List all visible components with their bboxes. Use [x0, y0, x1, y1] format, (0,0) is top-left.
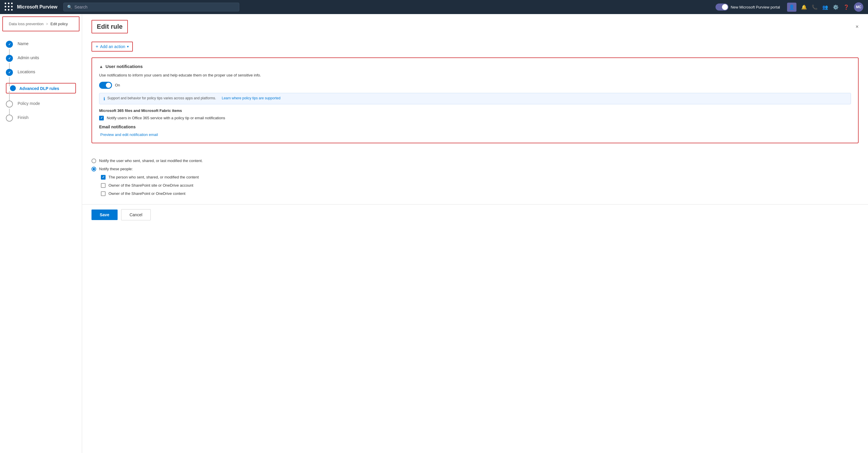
breadcrumb: Data loss prevention > Edit policy: [2, 17, 80, 31]
avatar[interactable]: MC: [854, 2, 863, 12]
collapse-icon[interactable]: ▲: [99, 64, 103, 69]
people-icon[interactable]: 👥: [822, 4, 828, 10]
info-link[interactable]: Learn where policy tips are supported: [222, 96, 280, 100]
add-action-label: Add an action: [100, 44, 125, 49]
nav-icons: 👤 🔔 📞 👥 ⚙️ ❓ MC: [787, 2, 863, 12]
help-icon[interactable]: ❓: [843, 4, 849, 10]
main-layout: Data loss prevention > Edit policy ✓ Nam…: [0, 14, 868, 453]
wizard-step-name[interactable]: ✓ Name: [6, 41, 76, 48]
radio-option2[interactable]: [92, 167, 96, 171]
step-circle-finish: [6, 115, 13, 122]
breadcrumb-separator: >: [46, 22, 49, 26]
left-sidebar: Data loss prevention > Edit policy ✓ Nam…: [0, 14, 82, 453]
save-button[interactable]: Save: [92, 209, 118, 220]
phone-icon[interactable]: 📞: [812, 4, 817, 10]
step-label-locations: Locations: [18, 69, 35, 74]
wizard-step-advanced-dlp[interactable]: Advanced DLP rules: [6, 83, 76, 94]
step-circle-advanced-dlp: [10, 85, 16, 91]
step-circle-name: ✓: [6, 41, 13, 48]
step-circle-policy-mode: [6, 100, 13, 107]
checkbox-person[interactable]: [101, 175, 105, 180]
wizard-step-policy-mode[interactable]: Policy mode: [6, 100, 76, 107]
wizard-step-finish[interactable]: Finish: [6, 115, 76, 122]
breadcrumb-parent[interactable]: Data loss prevention: [9, 22, 44, 26]
section-description: Use notifications to inform your users a…: [99, 72, 851, 78]
checkbox-onedrive-content[interactable]: [101, 191, 105, 196]
checkbox-sharepoint-owner-row: Owner of the SharePoint site or OneDrive…: [101, 183, 859, 188]
notify-checkbox-label: Notify users in Office 365 service with …: [107, 116, 225, 120]
step-label-advanced-dlp: Advanced DLP rules: [19, 86, 59, 91]
bell-icon[interactable]: 🔔: [801, 4, 807, 10]
panel-header: Edit rule ×: [82, 14, 868, 37]
radio-option2-row: Notify these people:: [92, 167, 859, 171]
wizard-steps: ✓ Name ✓ Admin units ✓ Locations Advance…: [0, 34, 82, 453]
email-notifications-title: Email notifications: [99, 125, 851, 129]
bottom-buttons: Save Cancel: [82, 204, 868, 225]
notify-people-checkboxes: The person who sent, shared, or modified…: [101, 175, 859, 196]
step-circle-admin-units: ✓: [6, 55, 13, 62]
panel-title: Edit rule: [92, 20, 128, 33]
info-icon: ℹ: [103, 96, 105, 101]
portal-toggle-label: New Microsoft Purview portal: [731, 5, 780, 9]
checkbox-onedrive-content-label: Owner of the SharePoint or OneDrive cont…: [108, 191, 185, 196]
notify-checkbox[interactable]: [99, 116, 104, 121]
right-panel: Edit rule × + Add an action ▾ ▲ User not…: [82, 14, 868, 453]
close-button[interactable]: ×: [856, 24, 859, 30]
top-navigation: Microsoft Purview 🔍 New Microsoft Purvie…: [0, 0, 868, 14]
notifications-toggle[interactable]: [99, 82, 112, 89]
highlighted-nav-icon[interactable]: 👤: [787, 3, 797, 12]
checkbox-person-row: The person who sent, shared, or modified…: [101, 175, 859, 180]
subsection-title: Microsoft 365 files and Microsoft Fabric…: [99, 108, 851, 113]
step-label-finish: Finish: [18, 115, 28, 120]
step-circle-locations: ✓: [6, 69, 13, 76]
portal-toggle[interactable]: [715, 3, 728, 10]
radio-option1-row: Notify the user who sent, shared, or las…: [92, 159, 859, 163]
cancel-button[interactable]: Cancel: [121, 209, 151, 220]
user-notifications-section: ▲ User notifications Use notifications t…: [92, 58, 859, 143]
checkbox-person-label: The person who sent, shared, or modified…: [108, 175, 199, 179]
app-grid-icon[interactable]: [5, 3, 13, 11]
radio-option1-label: Notify the user who sent, shared, or las…: [99, 159, 203, 163]
add-action-button[interactable]: + Add an action ▾: [92, 42, 133, 52]
search-input[interactable]: [74, 5, 236, 9]
chevron-down-icon: ▾: [127, 44, 129, 48]
step-label-policy-mode: Policy mode: [18, 100, 40, 106]
settings-icon[interactable]: ⚙️: [833, 4, 839, 10]
app-logo: Microsoft Purview: [17, 4, 58, 10]
radio-option2-label: Notify these people:: [99, 167, 133, 171]
panel-body: + Add an action ▾ ▲ User notifications U…: [82, 37, 868, 159]
checkbox-onedrive-content-row: Owner of the SharePoint or OneDrive cont…: [101, 191, 859, 196]
person-icon: 👤: [789, 4, 795, 10]
radio-option1[interactable]: [92, 159, 96, 163]
below-section: Notify the user who sent, shared, or las…: [82, 159, 868, 204]
info-text: Support and behavior for policy tips var…: [107, 96, 216, 100]
search-icon: 🔍: [67, 5, 72, 9]
step-label-admin-units: Admin units: [18, 55, 39, 60]
section-title: User notifications: [105, 64, 143, 69]
notifications-toggle-row: On: [99, 82, 851, 89]
preview-edit-link[interactable]: Preview and edit notification email: [100, 132, 158, 137]
breadcrumb-current: Edit policy: [51, 22, 68, 26]
search-bar[interactable]: 🔍: [63, 3, 239, 11]
wizard-step-locations[interactable]: ✓ Locations: [6, 69, 76, 76]
toggle-on-label: On: [115, 83, 120, 87]
portal-toggle-container: New Microsoft Purview portal: [715, 3, 780, 10]
section-header: ▲ User notifications: [99, 64, 851, 69]
notify-checkbox-row: Notify users in Office 365 service with …: [99, 116, 851, 121]
plus-icon: +: [96, 44, 98, 49]
wizard-step-admin-units[interactable]: ✓ Admin units: [6, 55, 76, 62]
step-label-name: Name: [18, 41, 28, 46]
info-banner: ℹ Support and behavior for policy tips v…: [99, 93, 851, 104]
checkbox-sharepoint-owner[interactable]: [101, 183, 105, 188]
checkbox-sharepoint-owner-label: Owner of the SharePoint site or OneDrive…: [108, 183, 193, 188]
